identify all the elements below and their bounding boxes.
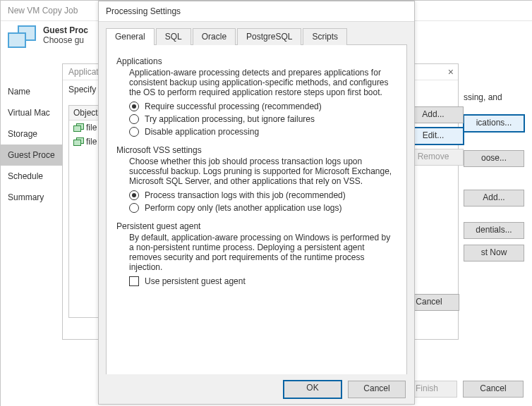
processing-settings-dialog: Processing Settings General SQL Oracle P…: [98, 1, 415, 405]
wizard-nav-vm[interactable]: Virtual Mac: [1, 102, 63, 123]
dialog-footer: OK Cancel: [99, 374, 414, 404]
radio-require-processing[interactable]: Require successful processing (recommend…: [129, 102, 397, 111]
server-icon: [73, 137, 83, 146]
wizard-nav-schedule[interactable]: Schedule: [1, 166, 63, 187]
agent-section-desc: By default, application-aware processing…: [129, 233, 397, 272]
wizard-nav-guest-processing[interactable]: Guest Proce: [1, 144, 63, 166]
applications-section-desc: Application-aware processing detects and…: [129, 68, 397, 97]
choose-button[interactable]: oose...: [464, 150, 524, 167]
tab-postgresql[interactable]: PostgreSQL: [237, 28, 301, 45]
agent-section-title: Persistent guest agent: [116, 221, 397, 231]
close-icon[interactable]: ×: [448, 66, 454, 78]
radio-disable-processing[interactable]: Disable application processing: [129, 127, 397, 137]
vss-section-desc: Choose whether this job should process t…: [129, 156, 397, 186]
wizard-nav: Name Virtual Mac Storage Guest Proce Sch…: [1, 68, 63, 406]
check-persistent-agent[interactable]: Use persistent guest agent: [129, 276, 397, 286]
server-icon: [73, 123, 83, 132]
tab-oracle[interactable]: Oracle: [193, 28, 236, 45]
test-now-button[interactable]: st Now: [464, 245, 524, 262]
ok-button[interactable]: OK: [283, 380, 342, 399]
radio-process-logs[interactable]: Process transaction logs with this job (…: [129, 190, 397, 200]
wizard-nav-storage[interactable]: Storage: [1, 123, 63, 144]
tab-scripts[interactable]: Scripts: [303, 28, 347, 45]
tab-sql[interactable]: SQL: [156, 28, 191, 45]
radio-try-processing[interactable]: Try application processing, but ignore f…: [129, 114, 397, 124]
tab-general[interactable]: General: [106, 28, 155, 45]
tab-content: Applications Application-aware processin…: [106, 44, 407, 391]
wizard-subheading: Choose gu: [43, 35, 88, 45]
text-fragment: ssing, and: [464, 92, 502, 102]
vm-copy-icon: [8, 25, 39, 51]
applications-section-title: Applications: [116, 56, 397, 66]
wizard-nav-name[interactable]: Name: [1, 81, 63, 102]
add-button[interactable]: Add...: [464, 190, 524, 207]
dialog-title: Processing Settings: [99, 1, 414, 22]
wizard-cancel-button[interactable]: Cancel: [463, 381, 524, 398]
vss-section-title: Microsoft VSS settings: [116, 145, 397, 155]
applications-button[interactable]: ications...: [464, 115, 524, 132]
radio-copy-only[interactable]: Perform copy only (lets another applicat…: [129, 203, 397, 213]
wizard-heading: Guest Proc: [43, 25, 88, 35]
wizard-nav-summary[interactable]: Summary: [1, 187, 63, 208]
tab-bar: General SQL Oracle PostgreSQL Scripts: [99, 22, 414, 44]
cancel-button[interactable]: Cancel: [348, 381, 406, 398]
credentials-button[interactable]: dentials...: [464, 222, 524, 239]
